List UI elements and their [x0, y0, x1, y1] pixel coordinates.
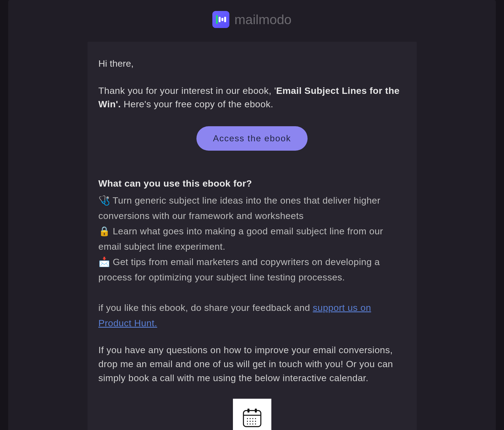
svg-point-19: [255, 423, 256, 425]
email-frame: mailmodo Hi there, Thank you for your in…: [8, 0, 496, 430]
closing-paragraph: If you have any questions on how to impr…: [98, 343, 406, 385]
svg-rect-7: [255, 409, 257, 413]
svg-point-15: [255, 421, 256, 422]
svg-point-13: [249, 421, 250, 422]
svg-point-16: [247, 423, 248, 425]
brand-logo-icon: [212, 11, 229, 28]
svg-point-9: [249, 418, 250, 419]
svg-rect-6: [247, 409, 249, 413]
bars-icon: [215, 14, 226, 25]
svg-rect-4: [243, 411, 261, 427]
intro-prefix: Thank you for your interest in our ebook…: [98, 85, 276, 96]
list-item: 🔒 Learn what goes into making a good ema…: [98, 223, 406, 254]
brand-name: mailmodo: [234, 12, 291, 27]
email-body-card: Hi there, Thank you for your interest in…: [88, 42, 417, 430]
calendar-icon: [241, 407, 263, 429]
intro-paragraph: Thank you for your interest in our ebook…: [98, 84, 406, 111]
svg-point-14: [252, 421, 253, 422]
cta-row: Access the ebook: [98, 126, 406, 151]
intro-suffix: Here's your free copy of the ebook.: [121, 99, 274, 109]
list-item: 🩺 Turn generic subject line ideas into t…: [98, 193, 406, 223]
list-item: 📩 Get tips from email marketers and copy…: [98, 254, 406, 285]
feedback-prefix: if you like this ebook, do share your fe…: [98, 302, 313, 313]
calendar-row: [98, 399, 406, 430]
feedback-paragraph: if you like this ebook, do share your fe…: [98, 300, 406, 331]
svg-point-10: [252, 418, 253, 419]
greeting-text: Hi there,: [98, 58, 406, 69]
svg-rect-0: [216, 15, 218, 24]
svg-point-12: [247, 421, 248, 422]
svg-point-8: [247, 418, 248, 419]
svg-point-18: [252, 423, 253, 425]
svg-rect-2: [221, 18, 223, 21]
access-ebook-button[interactable]: Access the ebook: [196, 126, 308, 151]
svg-rect-1: [219, 17, 221, 22]
page-outer: mailmodo Hi there, Thank you for your in…: [0, 0, 504, 430]
calendar-widget[interactable]: [233, 399, 271, 430]
svg-point-11: [255, 418, 256, 419]
uses-list: 🩺 Turn generic subject line ideas into t…: [98, 193, 406, 285]
svg-point-17: [249, 423, 250, 425]
svg-rect-3: [224, 17, 226, 22]
uses-heading: What can you use this ebook for?: [98, 178, 406, 189]
brand-header: mailmodo: [8, 0, 496, 42]
